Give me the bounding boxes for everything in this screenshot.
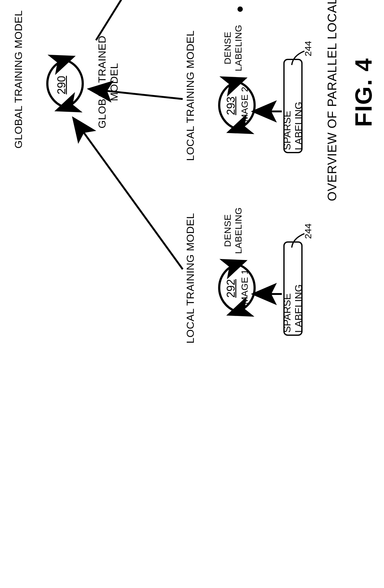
sparse-ref-1: 244 — [303, 223, 313, 239]
sparse-ref-2: 244 — [303, 41, 313, 56]
dense-label-1: DENSE LABELING — [222, 203, 244, 258]
svg-line-1 — [96, 90, 183, 99]
sparse-text-1: SPARSE LABELING — [281, 244, 304, 333]
rotated-stage: GLOBAL TRAINING MODEL 290 GLOBAL TRAINED… — [0, 0, 384, 384]
diagram-canvas: GLOBAL TRAINING MODEL 290 GLOBAL TRAINED… — [0, 0, 384, 384]
image-label-1: IMAGE 1 — [239, 269, 250, 307]
local-title-2: LOCAL TRAINING MODEL — [184, 31, 196, 161]
local-title-1: LOCAL TRAINING MODEL — [184, 214, 196, 344]
caption: OVERVIEW OF PARALLEL LOCAL MODELS — [325, 0, 339, 201]
figure-label: FIG. 4 — [350, 58, 377, 127]
ellipsis: • • • — [229, 0, 251, 12]
local-ref-2: 293 — [225, 97, 238, 115]
svg-line-0 — [77, 124, 183, 269]
dense-label-2: DENSE LABELING — [222, 20, 244, 76]
local-ref-1: 292 — [225, 279, 238, 298]
sparse-text-2: SPARSE LABELING — [281, 62, 304, 150]
image-label-2: IMAGE 2 — [239, 87, 250, 124]
sparse-box-2: SPARSE LABELING — [283, 59, 303, 153]
sparse-box-1: SPARSE LABELING — [283, 241, 303, 336]
svg-line-2 — [96, 0, 183, 40]
